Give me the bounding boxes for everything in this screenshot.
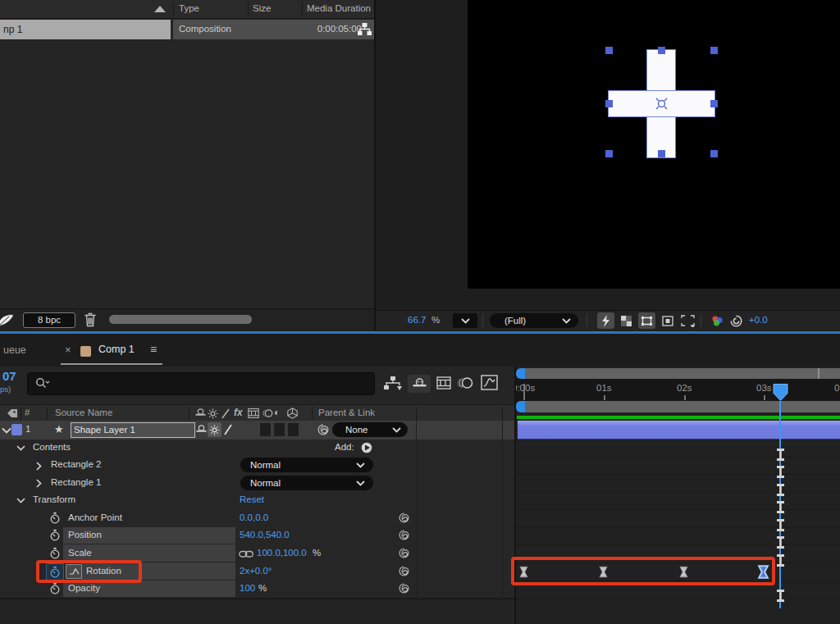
mini-flowchart-icon[interactable] bbox=[384, 376, 402, 392]
transform-row[interactable]: Transform Reset bbox=[0, 492, 514, 510]
selection-handle[interactable] bbox=[605, 100, 613, 107]
scale-stopwatch-icon[interactable] bbox=[49, 547, 61, 560]
motion-blur-column-icon[interactable] bbox=[261, 408, 273, 418]
search-icon[interactable] bbox=[35, 377, 50, 389]
frame-blend-column-icon[interactable] bbox=[248, 408, 259, 419]
rectangle2-label[interactable]: Rectangle 2 bbox=[51, 459, 101, 469]
rectangle2-row[interactable]: Rectangle 2 Normal bbox=[0, 457, 514, 475]
contents-label[interactable]: Contents bbox=[33, 442, 71, 452]
contents-twirl-icon[interactable] bbox=[16, 445, 25, 451]
mask-visibility-button[interactable] bbox=[638, 312, 655, 329]
contents-row[interactable]: Contents Add: bbox=[0, 440, 514, 458]
transform-reset-link[interactable]: Reset bbox=[240, 494, 264, 504]
playhead-handle[interactable] bbox=[772, 383, 789, 402]
parent-pickwhip-icon[interactable] bbox=[317, 424, 329, 435]
anchor-point-value[interactable]: 0.0,0.0 bbox=[240, 512, 268, 522]
rectangle1-row[interactable]: Rectangle 1 Normal bbox=[0, 474, 514, 493]
anchor-stopwatch-icon[interactable] bbox=[49, 512, 61, 525]
project-item-row[interactable]: np 1 Composition 0:00:05:00 bbox=[0, 20, 374, 39]
rectangle1-blendmode-dropdown[interactable]: Normal bbox=[240, 476, 373, 490]
adjustment-layer-column-icon[interactable]: ◐ bbox=[274, 407, 280, 418]
motion-blur-icon[interactable] bbox=[456, 376, 474, 390]
rotation-pickwhip-icon[interactable] bbox=[399, 566, 409, 576]
opacity-row[interactable]: Opacity 100 % bbox=[0, 581, 514, 599]
quill-icon[interactable] bbox=[0, 312, 16, 328]
layer-twirl-icon[interactable] bbox=[2, 427, 11, 434]
sort-arrow-icon[interactable] bbox=[154, 6, 166, 12]
channel-rgb-button[interactable] bbox=[709, 312, 725, 329]
rectangle1-twirl-icon[interactable] bbox=[36, 479, 42, 488]
selection-handle[interactable] bbox=[710, 47, 718, 54]
layer-name-box[interactable]: Shape Layer 1 bbox=[71, 422, 195, 438]
position-label[interactable]: Position bbox=[68, 530, 102, 540]
anchor-point-row[interactable]: Anchor Point 0.0,0.0 bbox=[0, 509, 514, 528]
anchor-point-icon[interactable] bbox=[654, 96, 669, 112]
position-pickwhip-icon[interactable] bbox=[399, 530, 409, 540]
selection-handle[interactable] bbox=[658, 47, 665, 54]
transparency-grid-button[interactable] bbox=[618, 312, 635, 329]
label-column-icon[interactable] bbox=[7, 408, 18, 418]
layer-switch-cell[interactable] bbox=[288, 423, 299, 436]
project-item-name-cell[interactable]: np 1 bbox=[0, 20, 171, 39]
source-name-column-header[interactable]: Source Name bbox=[55, 408, 112, 417]
current-timecode[interactable]: 07 bbox=[2, 369, 16, 383]
rectangle2-twirl-icon[interactable] bbox=[36, 462, 42, 471]
layer-shy-switch[interactable] bbox=[196, 425, 207, 435]
magnification-value[interactable]: 66.7 bbox=[408, 315, 426, 325]
search-input[interactable] bbox=[27, 372, 375, 395]
tab-comp1[interactable]: Comp 1 bbox=[98, 344, 135, 355]
selection-handle[interactable] bbox=[710, 150, 718, 157]
column-media-duration[interactable]: Media Duration bbox=[307, 3, 371, 13]
tab-render-queue[interactable]: ueue bbox=[3, 344, 26, 356]
position-value[interactable]: 540.0,540.0 bbox=[240, 530, 290, 540]
opacity-label[interactable]: Opacity bbox=[68, 583, 100, 593]
position-stopwatch-icon[interactable] bbox=[49, 529, 61, 542]
constrain-proportions-icon[interactable] bbox=[239, 549, 253, 559]
threed-layer-column-icon[interactable] bbox=[287, 408, 298, 419]
index-column-header[interactable]: # bbox=[25, 408, 30, 417]
layer-collapse-switch[interactable] bbox=[208, 422, 221, 437]
anchor-pickwhip-icon[interactable] bbox=[399, 512, 409, 523]
transform-label[interactable]: Transform bbox=[33, 494, 75, 504]
layer-label-swatch[interactable] bbox=[11, 424, 22, 435]
shy-toggle-button[interactable] bbox=[408, 375, 431, 393]
shy-column-icon[interactable] bbox=[195, 408, 206, 418]
bit-depth-button[interactable]: 8 bpc bbox=[23, 312, 75, 328]
layer-switch-cell[interactable] bbox=[274, 423, 285, 436]
opacity-value[interactable]: 100 bbox=[240, 583, 255, 593]
rotation-value[interactable]: 2x+0.0° bbox=[240, 566, 272, 576]
selection-handle[interactable] bbox=[605, 150, 613, 157]
position-row[interactable]: Position 540.0,540.0 bbox=[0, 527, 514, 545]
collapse-transformations-column-icon[interactable] bbox=[208, 408, 218, 419]
add-label[interactable]: Add: bbox=[335, 442, 354, 452]
magnification-dropdown[interactable] bbox=[453, 313, 477, 328]
scale-value[interactable]: 100.0,100.0 bbox=[257, 548, 307, 558]
flowchart-icon[interactable] bbox=[358, 23, 372, 35]
horizontal-scrollbar[interactable] bbox=[109, 315, 252, 324]
effects-column-icon[interactable]: fx bbox=[234, 407, 243, 418]
parent-dropdown[interactable]: None bbox=[332, 422, 408, 437]
selection-handle[interactable] bbox=[605, 47, 613, 54]
region-of-interest-button[interactable] bbox=[659, 312, 676, 329]
selection-handle[interactable] bbox=[658, 150, 665, 157]
parent-link-column-header[interactable]: Parent & Link bbox=[318, 408, 375, 417]
layer-switch-cell[interactable] bbox=[260, 423, 271, 436]
quality-column-icon[interactable] bbox=[221, 408, 231, 419]
layer-row[interactable]: 1 ★ Shape Layer 1 bbox=[0, 421, 514, 440]
selection-handle[interactable] bbox=[710, 100, 718, 107]
exposure-value[interactable]: +0.0 bbox=[749, 315, 768, 325]
scale-label[interactable]: Scale bbox=[68, 548, 92, 558]
resolution-dropdown[interactable]: (Full) bbox=[490, 313, 578, 328]
anchor-point-label[interactable]: Anchor Point bbox=[68, 512, 122, 522]
rectangle2-blendmode-dropdown[interactable]: Normal bbox=[240, 458, 373, 472]
opacity-pickwhip-icon[interactable] bbox=[399, 583, 409, 594]
column-type[interactable]: Type bbox=[179, 3, 199, 13]
add-menu-icon[interactable] bbox=[361, 442, 372, 453]
rectangle1-label[interactable]: Rectangle 1 bbox=[51, 477, 101, 487]
fast-previews-button[interactable] bbox=[597, 312, 614, 329]
opacity-stopwatch-icon[interactable] bbox=[49, 582, 61, 595]
transform-twirl-icon[interactable] bbox=[16, 498, 25, 503]
column-size[interactable]: Size bbox=[253, 3, 271, 13]
scale-pickwhip-icon[interactable] bbox=[399, 548, 409, 558]
tab-close-icon[interactable]: × bbox=[65, 344, 71, 356]
